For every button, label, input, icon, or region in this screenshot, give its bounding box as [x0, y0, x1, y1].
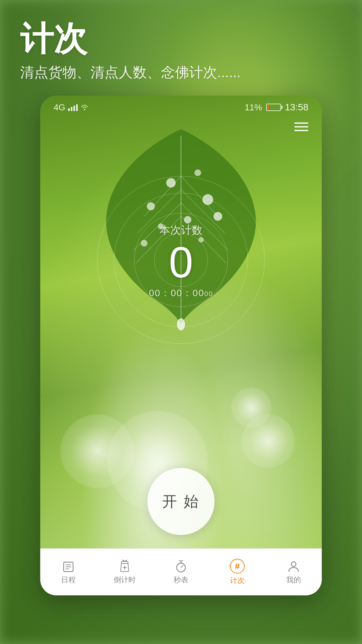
profile-icon: [287, 559, 300, 573]
current-time: 13:58: [285, 102, 308, 113]
nav-label-stopwatch: 秒表: [174, 575, 188, 585]
nav-item-stopwatch[interactable]: 秒表: [153, 559, 209, 585]
counter-label: 本次计数: [160, 223, 202, 238]
counter-timer: 00：00：0000: [149, 287, 213, 300]
signal-strength-icon: [68, 104, 78, 111]
svg-point-30: [291, 562, 296, 567]
timer-main: 00：00：00: [149, 288, 204, 298]
bottom-navigation: 日程 倒计时 秒表: [40, 548, 322, 595]
schedule-icon: [62, 559, 75, 573]
nav-label-mine: 我的: [286, 575, 301, 585]
nav-label-counter: 计次: [230, 576, 245, 586]
phone-mockup: 4G 11% 13:58: [40, 96, 322, 595]
nav-label-schedule: 日程: [61, 575, 76, 585]
svg-point-10: [194, 169, 201, 176]
counter-area: 本次计数 0 00：00：0000: [40, 223, 322, 300]
svg-rect-23: [121, 561, 128, 564]
status-right: 11% 13:58: [245, 102, 308, 113]
signal-bar-3: [73, 106, 75, 111]
menu-line-2: [294, 126, 308, 127]
menu-line-3: [294, 130, 308, 131]
bokeh-4: [231, 387, 272, 428]
signal-type: 4G: [54, 102, 65, 113]
counter-nav-icon-hash: #: [235, 562, 240, 571]
svg-line-29: [181, 566, 183, 568]
timer-small: 00: [204, 290, 213, 298]
nav-item-schedule[interactable]: 日程: [40, 559, 97, 585]
nav-item-counter[interactable]: # 计次: [209, 559, 265, 586]
battery-percent: 11%: [245, 102, 262, 113]
wifi-icon: [80, 104, 88, 110]
start-button[interactable]: 开 始: [147, 468, 215, 535]
battery-icon: [266, 104, 281, 111]
start-button-container: 开 始: [147, 468, 215, 535]
menu-button[interactable]: [294, 122, 308, 131]
signal-bar-1: [68, 108, 70, 111]
signal-bar-2: [71, 107, 72, 111]
page-header: 计次 清点货物、清点人数、念佛计次......: [20, 20, 241, 82]
page-title: 计次: [20, 20, 241, 57]
status-bar: 4G 11% 13:58: [40, 96, 322, 119]
battery-fill: [267, 105, 269, 110]
nav-item-countdown[interactable]: 倒计时: [97, 559, 153, 585]
stopwatch-icon: [174, 559, 188, 573]
countdown-icon: [118, 559, 131, 573]
start-button-label: 开 始: [162, 492, 200, 512]
signal-bar-4: [76, 104, 78, 111]
counter-nav-icon-circle: #: [230, 559, 245, 574]
counter-value: 0: [169, 240, 193, 284]
phone-inner: 4G 11% 13:58: [40, 96, 322, 595]
nav-label-countdown: 倒计时: [114, 575, 136, 585]
menu-line-1: [294, 122, 308, 124]
hamburger-icon: [294, 122, 308, 131]
page-subtitle: 清点货物、清点人数、念佛计次......: [20, 63, 241, 82]
nav-item-mine[interactable]: 我的: [265, 559, 322, 585]
status-left: 4G: [54, 102, 88, 113]
